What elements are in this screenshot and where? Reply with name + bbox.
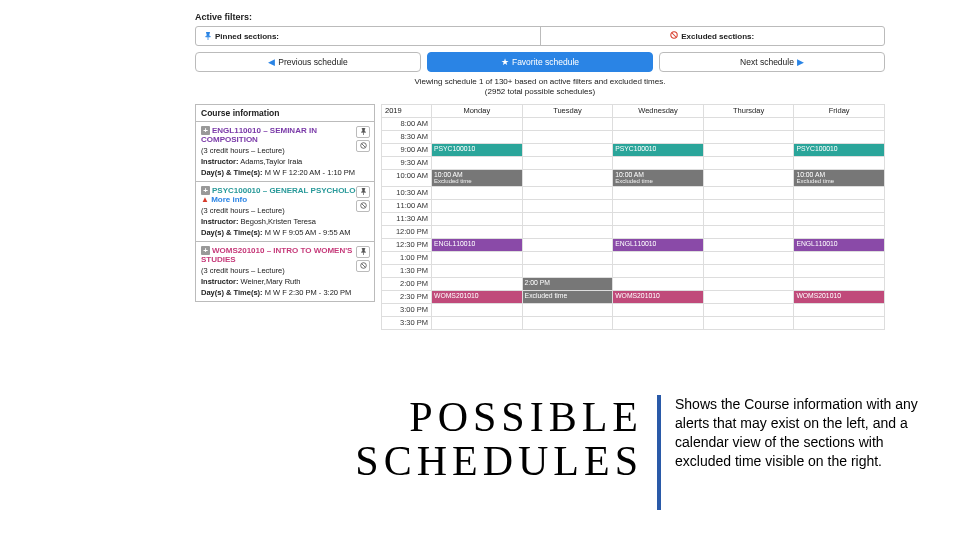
- calendar-block[interactable]: PSYC100010: [613, 144, 704, 157]
- exclude-button[interactable]: [356, 200, 370, 212]
- svg-line-5: [361, 204, 365, 208]
- calendar-cell[interactable]: [704, 304, 795, 317]
- calendar-cell[interactable]: [613, 226, 704, 239]
- excluded-sections-cell[interactable]: Excluded sections:: [540, 27, 885, 45]
- calendar-block[interactable]: PSYC100010: [794, 144, 885, 157]
- calendar-cell[interactable]: [704, 157, 795, 170]
- calendar-block[interactable]: Excluded time: [523, 291, 614, 304]
- calendar-cell[interactable]: [523, 131, 614, 144]
- calendar-cell[interactable]: [432, 252, 523, 265]
- calendar-block[interactable]: 10:00 AMExcluded time: [794, 170, 885, 187]
- calendar-block[interactable]: 10:00 AMExcluded time: [432, 170, 523, 187]
- calendar-cell[interactable]: [794, 157, 885, 170]
- calendar-cell[interactable]: [523, 304, 614, 317]
- calendar-cell[interactable]: [794, 187, 885, 200]
- calendar-block[interactable]: PSYC100010: [432, 144, 523, 157]
- calendar-cell[interactable]: [704, 278, 795, 291]
- calendar-cell[interactable]: [704, 118, 795, 131]
- calendar-block[interactable]: 10:00 AMExcluded time: [613, 170, 704, 187]
- calendar-cell[interactable]: [432, 118, 523, 131]
- calendar-block[interactable]: 2:00 PM: [523, 278, 614, 291]
- exclude-button[interactable]: [356, 260, 370, 272]
- pin-button[interactable]: [356, 126, 370, 138]
- calendar-cell[interactable]: [704, 170, 795, 187]
- calendar-cell[interactable]: [794, 252, 885, 265]
- calendar-cell[interactable]: [523, 170, 614, 187]
- calendar-block[interactable]: WOMS201010: [432, 291, 523, 304]
- calendar-cell[interactable]: [794, 200, 885, 213]
- calendar-cell[interactable]: [432, 278, 523, 291]
- calendar-block[interactable]: ENGL110010: [613, 239, 704, 252]
- svg-line-3: [361, 144, 365, 148]
- calendar-cell[interactable]: [794, 118, 885, 131]
- calendar-cell[interactable]: [613, 278, 704, 291]
- calendar-cell[interactable]: [523, 252, 614, 265]
- exclude-button[interactable]: [356, 140, 370, 152]
- calendar-cell[interactable]: [432, 131, 523, 144]
- calendar-cell[interactable]: [704, 131, 795, 144]
- calendar-cell[interactable]: [704, 200, 795, 213]
- calendar-cell[interactable]: [794, 213, 885, 226]
- calendar-cell[interactable]: [794, 226, 885, 239]
- expand-icon[interactable]: +: [201, 126, 210, 135]
- next-schedule-button[interactable]: Next schedule▶: [659, 52, 885, 72]
- favorite-schedule-button[interactable]: ★Favorite schedule: [427, 52, 653, 72]
- calendar-cell[interactable]: [794, 304, 885, 317]
- calendar-cell[interactable]: [704, 252, 795, 265]
- calendar-cell[interactable]: [704, 144, 795, 157]
- calendar-cell[interactable]: [704, 291, 795, 304]
- calendar-cell[interactable]: [523, 226, 614, 239]
- calendar-cell[interactable]: [523, 187, 614, 200]
- calendar-cell[interactable]: [613, 317, 704, 330]
- pinned-sections-cell[interactable]: Pinned sections:: [196, 27, 540, 45]
- calendar-cell[interactable]: [523, 239, 614, 252]
- warning-icon: ▲: [201, 195, 209, 204]
- calendar-cell[interactable]: [613, 304, 704, 317]
- calendar-cell[interactable]: [794, 317, 885, 330]
- calendar-cell[interactable]: [432, 226, 523, 239]
- calendar-cell[interactable]: [613, 187, 704, 200]
- calendar-cell[interactable]: [613, 118, 704, 131]
- calendar-cell[interactable]: [704, 317, 795, 330]
- pin-button[interactable]: [356, 186, 370, 198]
- calendar-cell[interactable]: [432, 317, 523, 330]
- expand-icon[interactable]: +: [201, 186, 210, 195]
- calendar-block[interactable]: ENGL110010: [432, 239, 523, 252]
- calendar-cell[interactable]: [613, 157, 704, 170]
- calendar-cell[interactable]: [432, 304, 523, 317]
- calendar-block[interactable]: WOMS201010: [613, 291, 704, 304]
- schedule-caption: Viewing schedule 1 of 130+ based on acti…: [195, 77, 885, 98]
- calendar-cell[interactable]: [704, 226, 795, 239]
- calendar-cell[interactable]: [523, 265, 614, 278]
- calendar-cell[interactable]: [432, 265, 523, 278]
- calendar-cell[interactable]: [523, 157, 614, 170]
- more-info-link[interactable]: More info: [211, 195, 247, 204]
- calendar-cell[interactable]: [794, 265, 885, 278]
- calendar-cell[interactable]: [704, 239, 795, 252]
- calendar-cell[interactable]: [704, 265, 795, 278]
- calendar-cell[interactable]: [613, 252, 704, 265]
- calendar-cell[interactable]: [613, 213, 704, 226]
- course-info-panel: Course information +ENGL110010 – SEMINAR…: [195, 104, 375, 330]
- calendar-cell[interactable]: [704, 213, 795, 226]
- calendar-cell[interactable]: [523, 200, 614, 213]
- calendar-cell[interactable]: [432, 157, 523, 170]
- calendar-block[interactable]: ENGL110010: [794, 239, 885, 252]
- calendar-cell[interactable]: [613, 131, 704, 144]
- calendar-cell[interactable]: [432, 213, 523, 226]
- calendar-cell[interactable]: [523, 118, 614, 131]
- expand-icon[interactable]: +: [201, 246, 210, 255]
- calendar-cell[interactable]: [613, 265, 704, 278]
- calendar-cell[interactable]: [523, 213, 614, 226]
- calendar-cell[interactable]: [432, 200, 523, 213]
- calendar-cell[interactable]: [432, 187, 523, 200]
- calendar-cell[interactable]: [523, 317, 614, 330]
- calendar-cell[interactable]: [523, 144, 614, 157]
- pin-button[interactable]: [356, 246, 370, 258]
- calendar-cell[interactable]: [704, 187, 795, 200]
- previous-schedule-button[interactable]: ◀Previous schedule: [195, 52, 421, 72]
- calendar-block[interactable]: WOMS201010: [794, 291, 885, 304]
- calendar-cell[interactable]: [794, 278, 885, 291]
- calendar-cell[interactable]: [794, 131, 885, 144]
- calendar-cell[interactable]: [613, 200, 704, 213]
